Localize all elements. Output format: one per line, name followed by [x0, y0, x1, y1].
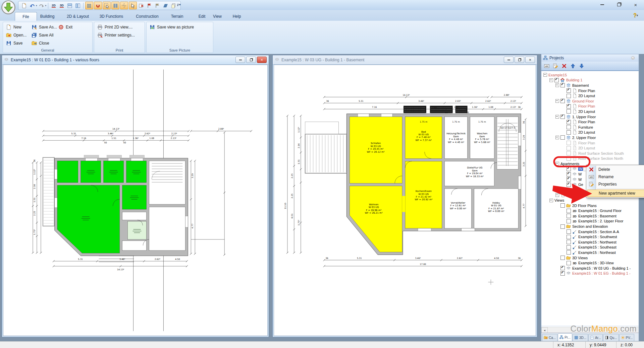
scroll-left-icon[interactable]: ◂: [541, 327, 548, 333]
tree-item-building-1[interactable]: ✓Building 1: [541, 78, 639, 83]
delete-button[interactable]: [561, 63, 568, 69]
tree-checkbox[interactable]: [567, 109, 571, 114]
properties-button[interactable]: [552, 63, 559, 69]
tree-item-floor-plan[interactable]: ✓Floor Plan: [541, 119, 639, 125]
tree-checkbox[interactable]: [567, 235, 571, 239]
tree-item-example15-southeast[interactable]: Example15 : Southeast: [541, 245, 639, 250]
redo-icon[interactable]: [38, 2, 45, 9]
tree-item-2d-layout[interactable]: 2D Layout: [541, 145, 639, 151]
tab-building[interactable]: Building: [33, 12, 62, 20]
menu-item-new-apartment-view[interactable]: New apartment view: [587, 190, 644, 197]
tree-checkbox[interactable]: ✓: [567, 120, 571, 124]
window-right[interactable]: Example15 : W 03 UG - Building 1 - Basem…: [272, 55, 537, 337]
save-view-as-picture-button[interactable]: Save view as picture: [148, 23, 196, 31]
open-button[interactable]: Open...: [4, 31, 28, 39]
tree-checkbox[interactable]: [567, 229, 571, 234]
panel-tab-ar[interactable]: Ar...: [588, 334, 603, 341]
tab-construction[interactable]: Construction: [129, 12, 165, 20]
tree-checkbox[interactable]: ✓: [560, 115, 565, 119]
tree-item-2d-layout[interactable]: 2D Layout: [541, 130, 639, 135]
tree-checkbox[interactable]: ✓: [567, 88, 571, 93]
tree-checkbox[interactable]: [567, 209, 571, 213]
tree-checkbox[interactable]: [560, 256, 565, 260]
new-button[interactable]: New: [4, 23, 28, 31]
cursor-icon[interactable]: [129, 2, 137, 9]
window-restore-button[interactable]: [246, 57, 256, 63]
tab-terrain[interactable]: Terrain: [164, 12, 190, 20]
app-logo-icon[interactable]: [1, 0, 15, 14]
window-title-bar[interactable]: Example15 : W 01 EG - Building 1 - vario…: [2, 55, 269, 65]
exit-button[interactable]: Exit: [57, 23, 74, 31]
tree-checkbox[interactable]: ✓: [567, 104, 571, 109]
tree-item-floor-plan[interactable]: Floor Plan: [541, 140, 639, 146]
tab-3d-functions[interactable]: 3D Functions: [93, 12, 130, 20]
close-button[interactable]: Close: [30, 39, 59, 47]
expander-icon[interactable]: [549, 78, 553, 82]
tree-checkbox[interactable]: [567, 146, 571, 150]
tree-item-2d-layout[interactable]: 2D Layout: [541, 93, 639, 98]
expander-icon[interactable]: [555, 162, 559, 165]
projects-panel-header[interactable]: Projects: [541, 54, 639, 62]
window-restore-button[interactable]: [515, 57, 524, 63]
tree-item-roof-surface-section-north[interactable]: Roof Surface Section North: [541, 156, 639, 161]
tree-item-floor-plan[interactable]: ✓Floor Plan: [541, 104, 639, 109]
save-button[interactable]: Save: [4, 39, 28, 47]
select-box-icon[interactable]: [103, 2, 111, 9]
expander-icon[interactable]: [555, 188, 559, 192]
snap-magnet-icon[interactable]: [94, 2, 102, 9]
tree-item-example15-northwest[interactable]: Example15 : Northwest: [541, 239, 639, 245]
tree-checkbox[interactable]: [567, 141, 571, 145]
expander-icon[interactable]: [555, 115, 559, 119]
tree-checkbox[interactable]: ✓: [560, 99, 565, 103]
tree-checkbox[interactable]: ✓: [560, 266, 565, 270]
tree-checkbox[interactable]: ✓: [567, 167, 571, 171]
tree-checkbox[interactable]: [567, 130, 571, 135]
tree-checkbox[interactable]: ✓: [554, 78, 559, 82]
tree-item-2d-floor-plans[interactable]: 2D Floor Plans: [541, 203, 639, 208]
tree-item-section-and-elevation[interactable]: Section and Elevation: [541, 224, 639, 229]
tree-checkbox[interactable]: [567, 151, 571, 155]
move-up-button[interactable]: [570, 63, 576, 69]
flag-pattern-icon[interactable]: [154, 2, 161, 9]
panel-tab-pv[interactable]: PV...: [619, 334, 635, 341]
window-minimize-button[interactable]: [504, 57, 514, 63]
tree-item-ground-floor[interactable]: ✓Ground Floor: [541, 98, 639, 104]
tab-file[interactable]: File: [15, 12, 37, 21]
menu-item-properties[interactable]: Properties: [587, 181, 644, 188]
window-close-button[interactable]: ×: [525, 57, 535, 63]
panel-tab-qu[interactable]: Qu...: [603, 334, 619, 341]
save-as-button[interactable]: Save As...: [30, 23, 59, 31]
undo-dropdown-icon[interactable]: ▾: [36, 4, 37, 7]
expander-icon[interactable]: [555, 99, 559, 103]
window-title-bar[interactable]: Example15 : W 03 UG - Building 1 - Basem…: [273, 55, 537, 65]
tree-checkbox[interactable]: [567, 250, 571, 255]
redo-dropdown-icon[interactable]: ▾: [45, 4, 47, 7]
axes-icon[interactable]: [120, 2, 128, 9]
tree-checkbox[interactable]: [560, 203, 565, 208]
tab-view[interactable]: View: [207, 12, 228, 20]
tree-item-basement[interactable]: ✓Basement: [541, 83, 639, 88]
tree-checkbox[interactable]: [567, 156, 571, 161]
expander-icon[interactable]: [555, 193, 559, 197]
help-icon[interactable]: ?▾: [630, 11, 641, 19]
tile-vertical-icon[interactable]: [74, 2, 82, 9]
tree-checkbox[interactable]: ✓: [567, 183, 571, 187]
tree-item-example15-2-upper-floor[interactable]: 2DExample15 : 2. Upper Floor: [541, 219, 639, 224]
tree-checkbox[interactable]: [567, 125, 571, 129]
tree-item-example15-basement[interactable]: 2DExample15 : Basement: [541, 213, 639, 219]
tree-item-views[interactable]: Views: [541, 198, 639, 203]
tree-item-example15-3d-view[interactable]: 3DExample15 : 3D-View: [541, 260, 639, 266]
tree-item-example15-southwest[interactable]: Example15 : Southwest: [541, 234, 639, 239]
menu-item-delete[interactable]: Delete: [587, 166, 644, 173]
drawing-canvas-left[interactable]: 14.13²2.88²5.313.46²2.62²2.13²7.161.511.…: [3, 65, 268, 336]
tree-checkbox[interactable]: [567, 261, 571, 265]
tree-item-example15-ground-floor[interactable]: 2DExample15 : Ground Floor: [541, 208, 639, 213]
tree-item-example15-w-03-ug-building-1[interactable]: ✓Example15 : W 03 UG - Building 1 -: [541, 266, 639, 271]
tree-checkbox[interactable]: [567, 240, 571, 244]
tree-checkbox[interactable]: [567, 94, 571, 98]
tree-checkbox[interactable]: ✓: [567, 177, 571, 182]
copy-view-icon[interactable]: [170, 2, 177, 9]
new-document-icon[interactable]: [20, 2, 28, 9]
tree-checkbox[interactable]: [560, 224, 565, 229]
delete-selection-icon[interactable]: [138, 2, 145, 9]
